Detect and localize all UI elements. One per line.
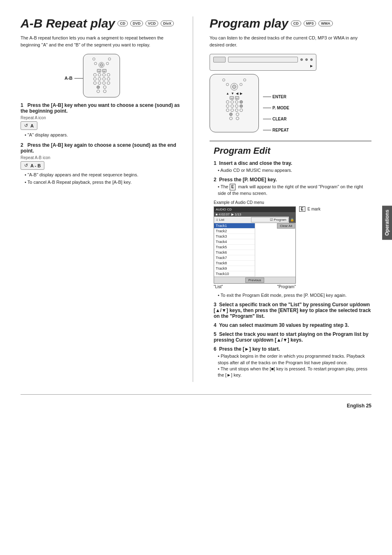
- program-play-title: Program play CD MP3 WMA: [210, 16, 371, 30]
- program-edit-section: Program Edit 1 Insert a disc and close t…: [210, 141, 371, 379]
- pe-step-1-title: 1 Insert a disc and close the tray.: [214, 160, 371, 166]
- cd-menu-track-9: Track9: [214, 266, 255, 271]
- step-1-icon-label: Repeat A icon: [21, 116, 182, 120]
- step-1-bullet-1: "A" display appears.: [25, 132, 182, 138]
- cd-menu-track-2: Track2: [214, 229, 255, 234]
- step-2-title: 2 Press the [A-B] key again to choose a …: [21, 142, 182, 154]
- cd-menu-track-7: Track7: [214, 255, 255, 261]
- e-mark-label: E E mark: [299, 206, 321, 212]
- left-column: A-B Repeat play CD DVD VCD DivX The A-B …: [21, 16, 193, 382]
- step-2-icon-text: A - B: [30, 163, 41, 168]
- repeat-a-icon: ↺: [24, 123, 28, 128]
- bottom-divider: [21, 394, 371, 395]
- badge-divx: DivX: [161, 21, 174, 26]
- cd-menu-track-10: Track10: [214, 271, 255, 277]
- program-play-title-text: Program play: [210, 16, 288, 30]
- list-label: "List": [214, 284, 223, 289]
- badge-wma: WMA: [318, 21, 333, 26]
- pe-step-6-title: 6 Press the [►] key to start.: [214, 346, 371, 352]
- step-2-icon-box: ↺ A - B: [21, 161, 44, 170]
- pe-step-3-title: 3 Select a specific track on the "List" …: [214, 302, 371, 319]
- cd-menu: AUDIO CD ■ 4:02:07 ▶ 1/13 ♫ List ☑ P: [214, 206, 296, 284]
- top-section: A-B Repeat play CD DVD VCD DivX The A-B …: [21, 16, 371, 382]
- badge-vcd: VCD: [145, 21, 158, 26]
- step-1-title: 1 Press the [A-B] key when you want to c…: [21, 102, 182, 114]
- badge-mp3: MP3: [304, 21, 316, 26]
- cd-menu-footer: Previous: [214, 277, 295, 283]
- step-1-bullets: "A" display appears.: [21, 132, 182, 138]
- step-2-bullets: "A-B" display appears and the repeat seq…: [21, 172, 182, 185]
- clear-all-button[interactable]: Clear All: [277, 223, 295, 229]
- repeat-label: REPEAT: [263, 128, 289, 132]
- cd-menu-example-label: Example of Audio CD menu: [214, 200, 371, 205]
- ab-remote-container: A-B: [21, 54, 182, 97]
- pe-exit-bullet-text: To exit the Program Edit mode, press the…: [218, 292, 371, 298]
- step-1-num: 1: [21, 102, 26, 108]
- p-mode-label: P. MODE: [263, 106, 289, 110]
- badge-cd: CD: [118, 21, 128, 26]
- cd-menu-track-1: Track1: [214, 223, 255, 229]
- pe-exit-bullet: To exit the Program Edit mode, press the…: [214, 292, 371, 298]
- step-2-bullet-2: To cancel A-B Repeat playback, press the…: [25, 179, 182, 185]
- pe-step-5-title: 5 Select the track you want to start pla…: [214, 331, 371, 343]
- pe-step-3: 3 Select a specific track on the "List" …: [214, 302, 371, 319]
- cd-menu-list: Track1 Track2 Track3 Track4 Track5 Track…: [214, 223, 255, 277]
- cd-menu-track-5: Track5: [214, 245, 255, 250]
- pe-step-2: 2 Press the [P. MODE] key. The E mark wi…: [214, 177, 371, 197]
- page-number: English 25: [21, 403, 371, 409]
- badge-cd-right: CD: [291, 21, 301, 26]
- cd-menu-track-8: Track8: [214, 261, 255, 266]
- cd-menu-header: AUDIO CD: [214, 207, 295, 212]
- pe-step-6: 6 Press the [►] key to start. Playback b…: [214, 346, 371, 379]
- operations-tab: Operations: [382, 206, 392, 240]
- clear-label: CLEAR: [263, 117, 289, 121]
- program-edit-title: Program Edit: [214, 146, 371, 156]
- cd-menu-track-4: Track4: [214, 239, 255, 245]
- ab-repeat-title-text: A-B Repeat play: [21, 16, 115, 30]
- pe-step-1-bullets: Audio CD or MUSIC menu appears.: [214, 167, 371, 173]
- cd-menu-track-3: Track3: [214, 234, 255, 239]
- pe-step-6-bullets: Playback begins in the order in which yo…: [214, 353, 371, 379]
- badge-dvd: DVD: [130, 21, 143, 26]
- cd-menu-cols: Track1 Track2 Track3 Track4 Track5 Track…: [214, 223, 295, 277]
- pe-step-5: 5 Select the track you want to start pla…: [214, 331, 371, 343]
- remote-illustration-right: ▲ ▼ ◀ ▶ ◁ ▷: [210, 74, 259, 132]
- step-2-icon-label: Repeat A-B icon: [21, 155, 182, 160]
- step-1-icon-box: ↺ A: [21, 121, 37, 130]
- pe-step-4: 4 You can select maximum 30 values by re…: [214, 322, 371, 328]
- pe-step-2-title: 2 Press the [P. MODE] key.: [214, 177, 371, 183]
- list-program-labels: "List" "Program": [214, 284, 296, 289]
- pe-step-2-bullet-1: The E mark will appear to the right of t…: [218, 184, 371, 197]
- previous-button[interactable]: Previous: [245, 278, 264, 283]
- cd-menu-program-col: Clear All: [255, 223, 296, 277]
- cd-menu-container: Example of Audio CD menu E E mark AUDIO …: [214, 200, 371, 289]
- pe-step-1: 1 Insert a disc and close the tray. Audi…: [214, 160, 371, 173]
- page: A-B Repeat play CD DVD VCD DivX The A-B …: [21, 16, 371, 409]
- pe-step-6-bullet-1: Playback begins in the order in which yo…: [218, 353, 371, 366]
- remote-illustration-left: ◁ ▷: [83, 54, 120, 97]
- pe-step-4-title: 4 You can select maximum 30 values by re…: [214, 322, 371, 328]
- step-1-icon-text: A: [30, 123, 34, 128]
- e-mark-inline: E: [230, 184, 236, 190]
- repeat-ab-icon: ↺: [24, 163, 28, 168]
- step-2-bullet-1: "A-B" display appears and the repeat seq…: [25, 172, 182, 178]
- step-2: 2 Press the [A-B] key again to choose a …: [21, 142, 182, 185]
- enter-label: ENTER: [263, 95, 289, 99]
- ab-intro-text: The A-B repeat function lets you mark a …: [21, 35, 182, 48]
- cd-menu-sub-header: ■ 4:02:07 ▶ 1/13: [214, 212, 295, 217]
- program-play-intro: You can listen to the desired tracks of …: [210, 35, 371, 48]
- pe-step-6-bullet-2: The unit stops when the [■] key is press…: [218, 366, 371, 379]
- pe-step-2-bullets: The E mark will appear to the right of t…: [214, 184, 371, 197]
- cd-menu-track-6: Track6: [214, 250, 255, 255]
- step-2-num: 2: [21, 142, 26, 148]
- pe-step-1-bullet-1: Audio CD or MUSIC menu appears.: [218, 167, 371, 173]
- program-label: "Program": [277, 284, 296, 289]
- right-column: Program play CD MP3 WMA You can listen t…: [205, 16, 371, 382]
- ab-repeat-title: A-B Repeat play CD DVD VCD DivX: [21, 16, 182, 30]
- step-1: 1 Press the [A-B] key when you want to c…: [21, 102, 182, 138]
